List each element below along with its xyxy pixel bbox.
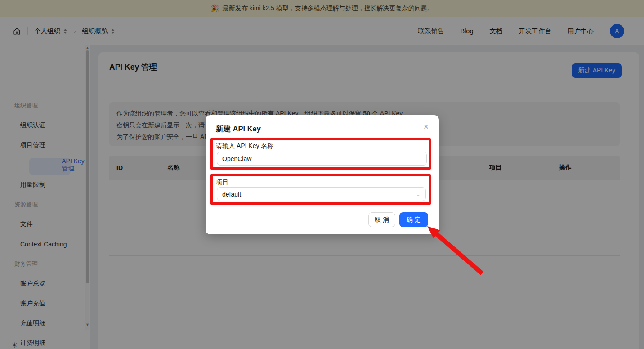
cancel-button[interactable]: 取 消	[368, 212, 395, 227]
modal-title: 新建 API Key	[216, 124, 261, 134]
annotation-box-name-field	[210, 138, 431, 170]
confirm-button[interactable]: 确 定	[399, 212, 428, 227]
annotation-box-project-field	[210, 174, 431, 205]
app-screen: 🎉 最新发布 kimi k2.5 模型，支持多模态理解与处理，擅长解决更复杂的问…	[0, 0, 644, 349]
close-icon[interactable]: ✕	[423, 123, 429, 131]
